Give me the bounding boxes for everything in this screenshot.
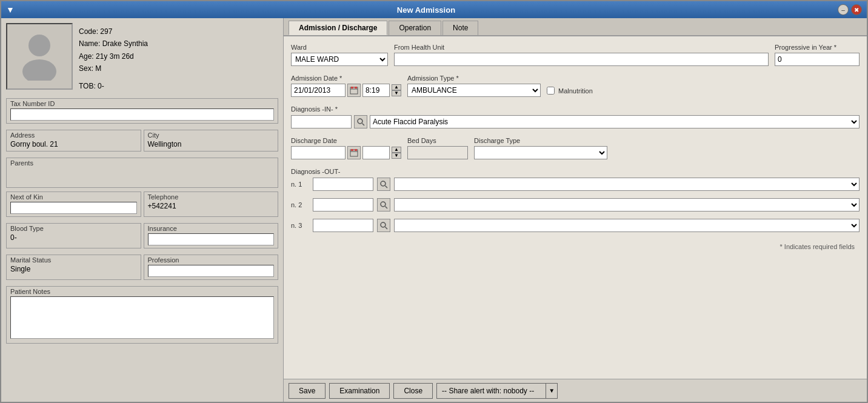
patient-age: Age: 21y 3m 26d <box>79 50 148 62</box>
from-health-unit-label: From Health Unit <box>394 44 769 51</box>
svg-point-18 <box>381 202 386 207</box>
marital-status-label: Marital Status <box>10 256 137 264</box>
discharge-time-spin-up-button[interactable]: ▲ <box>392 147 401 153</box>
bed-days-label: Bed Days <box>407 137 468 144</box>
discharge-date-calendar-button[interactable] <box>347 146 361 159</box>
svg-line-19 <box>386 207 388 209</box>
discharge-time-input[interactable] <box>362 146 390 159</box>
discharge-row: Discharge Date <box>291 137 860 159</box>
svg-line-9 <box>362 124 365 126</box>
marital-status-section: Marital Status Single <box>6 255 141 280</box>
malnutrition-label: Malnutrition <box>558 87 593 95</box>
share-alert-dropdown-button[interactable]: ▼ <box>546 383 558 399</box>
time-spin-up-button[interactable]: ▲ <box>392 84 401 90</box>
ward-select[interactable]: MALE WARD <box>291 53 388 66</box>
close-button[interactable]: Close <box>393 383 433 399</box>
avatar <box>6 23 73 90</box>
patient-notes-section: Patient Notes <box>6 286 278 344</box>
out-diagnosis-row-3: n. 3 <box>291 219 860 232</box>
discharge-date-field: Discharge Date <box>291 137 401 159</box>
patient-notes-label: Patient Notes <box>10 288 274 295</box>
svg-rect-6 <box>351 87 353 88</box>
city-value: Wellington <box>148 140 275 148</box>
insurance-input[interactable] <box>148 233 275 245</box>
malnutrition-field: Malnutrition <box>547 87 593 95</box>
patient-tob: TOB: 0- <box>79 80 148 92</box>
person-silhouette-icon <box>18 32 61 81</box>
out-search-1-icon <box>379 180 388 188</box>
out-diagnosis-2-search-button[interactable] <box>377 198 390 211</box>
svg-point-8 <box>358 119 362 124</box>
close-button[interactable]: ✖ <box>851 4 862 15</box>
examination-button[interactable]: Examination <box>329 383 390 399</box>
kin-telephone-row: Next of Kin Telephone +542241 <box>6 192 278 219</box>
diagnosis-in-code-input[interactable] <box>291 115 352 128</box>
out-diagnosis-1-code-input[interactable] <box>313 178 373 191</box>
city-section: City Wellington <box>144 130 279 152</box>
next-of-kin-label: Next of Kin <box>10 193 137 201</box>
admission-type-select[interactable]: AMBULANCE <box>407 84 541 97</box>
admission-date-calendar-button[interactable] <box>347 84 361 97</box>
ward-field: Ward MALE WARD <box>291 44 388 66</box>
diagnosis-in-section: Diagnosis -IN- * Acute Flaccid Paralysis <box>291 105 860 128</box>
svg-line-17 <box>386 186 388 188</box>
menu-chevron-icon[interactable]: ▼ <box>6 5 15 15</box>
from-health-unit-input[interactable] <box>394 53 769 66</box>
time-spin-down-button[interactable]: ▼ <box>392 90 401 96</box>
telephone-section: Telephone +542241 <box>144 192 279 217</box>
marital-status-value: Single <box>10 265 137 273</box>
profession-section: Profession <box>144 255 279 280</box>
admission-date-label: Admission Date * <box>291 75 401 82</box>
out-diagnosis-3-code-input[interactable] <box>313 219 373 232</box>
discharge-type-select[interactable] <box>474 146 607 159</box>
required-fields-note: * Indicates required fields <box>291 241 860 253</box>
out-diagnosis-2-code-input[interactable] <box>313 198 373 211</box>
city-label: City <box>148 132 275 139</box>
discharge-date-row-inputs: ▲ ▼ <box>291 146 401 159</box>
progressive-year-label: Progressive in Year * <box>775 44 860 51</box>
save-button[interactable]: Save <box>289 383 326 399</box>
blood-type-label: Blood Type <box>10 225 137 232</box>
titlebar: ▼ New Admission – ✖ <box>1 1 867 18</box>
content-area: Code: 297 Name: Drake Synthia Age: 21y 3… <box>1 18 867 402</box>
address-value: Gorny boul. 21 <box>10 140 137 148</box>
minimize-button[interactable]: – <box>838 4 849 15</box>
blood-type-value: 0- <box>10 233 137 242</box>
svg-point-16 <box>381 181 386 186</box>
discharge-date-input[interactable] <box>291 146 346 159</box>
profession-input[interactable] <box>148 265 275 277</box>
diagnosis-in-label: Diagnosis -IN- * <box>291 105 860 113</box>
tab-operation[interactable]: Operation <box>389 21 441 35</box>
diagnosis-in-name-select[interactable]: Acute Flaccid Paralysis <box>370 115 860 128</box>
bed-days-input[interactable] <box>407 146 468 159</box>
tax-number-input[interactable] <box>10 108 274 121</box>
tab-note[interactable]: Note <box>442 21 478 35</box>
address-section: Address Gorny boul. 21 <box>6 130 141 152</box>
patient-notes-textarea[interactable] <box>10 296 274 339</box>
share-alert-input[interactable] <box>436 383 546 399</box>
insurance-section: Insurance <box>144 223 279 248</box>
admission-date-input[interactable] <box>291 84 346 97</box>
out-diagnosis-1-name-select[interactable] <box>394 178 860 191</box>
bed-days-field: Bed Days <box>407 137 468 159</box>
discharge-time-spin-down-button[interactable]: ▼ <box>392 153 401 159</box>
svg-rect-14 <box>351 149 353 151</box>
blood-insurance-row: Blood Type 0- Insurance <box>6 223 278 251</box>
out-diagnosis-3-name-select[interactable] <box>394 219 860 232</box>
admission-time-input[interactable] <box>362 84 390 97</box>
next-of-kin-input[interactable] <box>10 202 137 214</box>
progressive-year-input[interactable] <box>775 53 860 66</box>
out-n2-label: n. 2 <box>291 201 309 208</box>
window-title: New Admission <box>15 5 838 15</box>
malnutrition-checkbox[interactable] <box>547 87 555 95</box>
out-diagnosis-3-search-button[interactable] <box>377 219 390 232</box>
out-diagnosis-1-search-button[interactable] <box>377 178 390 191</box>
admission-type-label: Admission Type * <box>407 75 541 82</box>
search-icon <box>356 118 365 126</box>
patient-name: Name: Drake Synthia <box>79 38 148 50</box>
out-diagnosis-row-1: n. 1 <box>291 178 860 191</box>
tab-admission-discharge[interactable]: Admission / Discharge <box>289 21 387 35</box>
diagnosis-in-search-button[interactable] <box>354 115 367 128</box>
telephone-label: Telephone <box>148 193 275 201</box>
out-diagnosis-2-name-select[interactable] <box>394 198 860 211</box>
